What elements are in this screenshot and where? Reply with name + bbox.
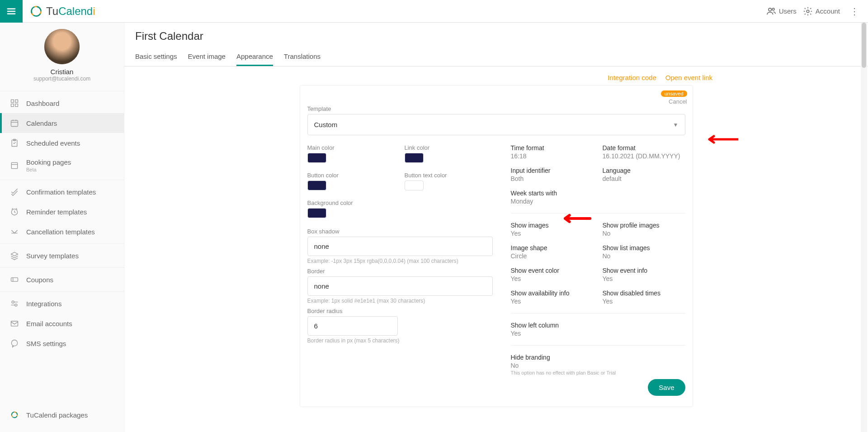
setting-show-list-images[interactable]: Show list imagesNo [603,244,685,260]
page-title: First Calendar [135,30,857,43]
sidebar-item-label: Integrations [26,300,61,308]
setting-language[interactable]: Languagedefault [603,167,685,182]
template-select[interactable]: Custom ▼ [307,114,685,135]
tab-appearance[interactable]: Appearance [236,48,273,66]
setting-hide-brand[interactable]: Hide branding No This option has no effe… [511,354,685,375]
link-color-swatch[interactable] [405,153,424,163]
sidebar-item-label: Cancellation templates [26,228,95,236]
setting-show-event-color[interactable]: Show event colorYes [511,267,594,282]
sidebar-item-packages[interactable]: TuCalendi packages [0,405,124,425]
main-color-swatch[interactable] [307,153,326,163]
open-event-link[interactable]: Open event link [665,74,712,81]
sidebar-sub: Beta [26,167,71,172]
hide-brand-note: This option has no effect with plan Basi… [511,370,685,375]
users-icon [766,6,776,16]
cancel-button[interactable]: Cancel [661,98,687,105]
sidebar-item-sms[interactable]: SMS settings [0,333,124,353]
sidebar-item-label: Confirmation templates [26,188,96,196]
svg-point-20 [12,412,18,418]
scrollbar[interactable] [861,23,867,432]
sidebar-item-scheduled[interactable]: Scheduled events [0,133,124,153]
divider [0,243,124,244]
brand-logo[interactable]: TuCalendi [23,5,95,18]
border-input[interactable] [307,276,493,296]
menu-toggle[interactable] [0,0,23,23]
clipboard-icon [10,138,19,147]
sidebar-item-cancellation[interactable]: Cancellation templates [0,222,124,242]
setting-show-images[interactable]: Show imagesYes [511,222,594,237]
radius-help: Border radius in px (max 5 characters) [307,337,493,344]
topbar-right: Users Account ⋮ [766,6,868,17]
brand-i: i [93,5,95,18]
button-text-color-swatch[interactable] [405,180,424,190]
link-color-label: Link color [405,144,493,151]
svg-rect-6 [15,100,18,103]
svg-point-18 [11,340,17,346]
integration-code-link[interactable]: Integration code [608,74,656,81]
svg-rect-9 [11,120,18,126]
main-color-label: Main color [307,144,396,151]
boxshadow-input[interactable] [307,237,493,256]
button-color-swatch[interactable] [307,180,326,190]
bg-color-label: Background color [307,199,396,206]
setting-show-avail[interactable]: Show availability infoYes [511,290,594,305]
nav: Dashboard Calendars Scheduled events Boo… [0,91,124,353]
kebab-menu[interactable]: ⋮ [846,6,863,17]
setting-show-left[interactable]: Show left columnYes [511,322,685,337]
radius-label: Border radius [307,308,493,314]
sidebar-item-survey[interactable]: Survey templates [0,246,124,266]
setting-show-event-info[interactable]: Show event infoYes [603,267,685,282]
setting-show-disabled[interactable]: Show disabled timesYes [603,290,685,305]
main: First Calendar Basic settings Event imag… [124,23,868,432]
avatar[interactable] [44,29,80,64]
sidebar-item-coupons[interactable]: Coupons [0,270,124,290]
clock-icon [10,207,19,216]
sidebar-item-label: Survey templates [26,252,79,260]
svg-rect-17 [11,321,18,326]
radius-input[interactable] [307,316,398,336]
setting-date-format[interactable]: Date format16.10.2021 (DD.MM.YYYY) [603,144,685,160]
button-text-color-label: Button text color [405,172,493,179]
chevron-down-icon: ▼ [673,122,679,128]
boxshadow-help: Example: -1px 3px 15px rgba(0,0,0,0.04) … [307,258,493,264]
sidebar-item-label: Email accounts [26,320,72,328]
svg-rect-5 [11,100,14,103]
card-status: unsaved Cancel [661,89,687,105]
button-color-label: Button color [307,172,396,179]
tab-basic[interactable]: Basic settings [135,48,177,66]
profile: Cristian support@tucalendi.com [0,23,124,85]
save-button[interactable]: Save [648,379,685,396]
users-link[interactable]: Users [766,6,797,16]
sidebar-item-confirmation[interactable]: Confirmation templates [0,182,124,202]
sidebar-item-calendars[interactable]: Calendars [0,113,124,133]
sidebar-item-integrations[interactable]: Integrations [0,294,124,313]
bg-color-swatch[interactable] [307,208,326,218]
border-label: Border [307,268,493,275]
sidebar-item-booking[interactable]: Booking pagesBeta [0,153,124,178]
sidebar-item-email[interactable]: Email accounts [0,313,124,333]
setting-week-starts[interactable]: Week starts withMonday [511,190,594,205]
setting-show-profile-images[interactable]: Show profile imagesNo [603,222,685,237]
settings-icon [10,299,19,308]
top-links: Integration code Open event link [135,72,857,85]
cancel-icon [10,227,19,236]
sidebar-footer: TuCalendi packages [0,405,124,425]
account-link[interactable]: Account [803,6,840,16]
logo-small-icon [10,410,19,419]
sidebar-item-reminder[interactable]: Reminder templates [0,202,124,222]
ticket-icon [10,275,19,284]
sidebar-item-dashboard[interactable]: Dashboard [0,93,124,113]
sidebar-item-label: Dashboard [26,100,59,107]
tab-image[interactable]: Event image [188,48,226,66]
sidebar-item-label: TuCalendi packages [26,411,88,419]
tab-translations[interactable]: Translations [284,48,321,66]
setting-input-id[interactable]: Input identifierBoth [511,167,594,182]
setting-time-format[interactable]: Time format16:18 [511,144,594,160]
scrollbar-thumb[interactable] [862,23,866,68]
mail-icon [10,319,19,328]
setting-image-shape[interactable]: Image shapeCircle [511,244,594,260]
divider [511,213,685,214]
left-column: Main color Link color Button color [307,144,493,396]
border-help: Example: 1px solid #e1e1e1 (max 30 chara… [307,298,493,304]
svg-point-2 [769,8,771,11]
